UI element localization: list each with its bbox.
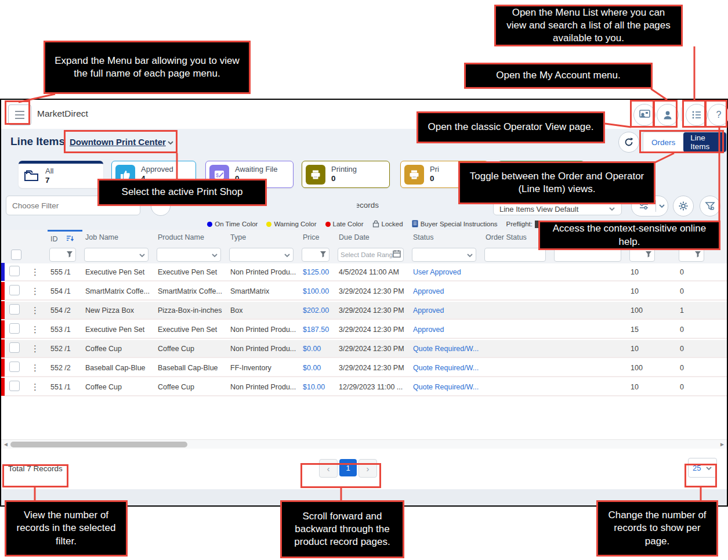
- filter-select-type[interactable]: [229, 248, 294, 262]
- cell-status[interactable]: Approved: [410, 306, 483, 315]
- sort-icon[interactable]: [66, 235, 74, 244]
- kebab-icon[interactable]: ⋮: [28, 382, 48, 391]
- table-row[interactable]: ⋮555 /1Executive Pen SetExecutive Pen Se…: [1, 263, 727, 281]
- toggle-line-items[interactable]: Line Items: [683, 132, 726, 152]
- row-checkbox[interactable]: [9, 266, 20, 276]
- cell-status[interactable]: Quote Required/W...: [410, 364, 483, 372]
- column-header-price[interactable]: Price: [300, 230, 336, 245]
- callout-a5: Toggle between the Order and Operator (L…: [458, 161, 655, 204]
- page-size-select[interactable]: 25: [688, 458, 717, 478]
- table-row[interactable]: ⋮551 /1Coffee CupCoffee CupNon Printed P…: [1, 378, 727, 396]
- printer-icon: [306, 165, 325, 185]
- cell-price[interactable]: $0.00: [300, 345, 336, 353]
- cell-price[interactable]: $187.50: [300, 326, 336, 334]
- scroll-right-icon[interactable]: ►: [719, 441, 725, 447]
- row-checkbox[interactable]: [9, 304, 20, 315]
- row-checkbox[interactable]: [9, 381, 20, 391]
- column-header-status[interactable]: Status: [410, 230, 483, 245]
- filter-gear-icon[interactable]: [700, 196, 720, 216]
- cell-price[interactable]: $0.00: [300, 364, 336, 372]
- row-checkbox[interactable]: [9, 285, 20, 295]
- cell-price[interactable]: $125.00: [300, 268, 336, 276]
- column-header-product[interactable]: Product Name: [155, 230, 227, 245]
- next-page-button[interactable]: ›: [358, 459, 377, 478]
- filter-cell-price: [300, 245, 336, 263]
- kebab-icon[interactable]: ⋮: [28, 268, 48, 276]
- cell-files: 1: [677, 306, 725, 315]
- table-row[interactable]: ⋮554 /1SmartMatrix Coffe...SmartMatrix C…: [1, 283, 727, 301]
- table-row[interactable]: ⋮552 /1Coffee CupCoffee CupNon Printed P…: [1, 340, 727, 358]
- padlock-icon: [372, 220, 379, 229]
- table-row[interactable]: ⋮554 /2New Pizza BoxPizza-Box-in-inchesB…: [1, 302, 727, 320]
- callout-text: Change the number of records to show per…: [604, 509, 711, 547]
- app-window: MarketDirect ? Line Items Downtown Print…: [0, 99, 728, 507]
- status-card-printing[interactable]: Printing0: [302, 161, 390, 188]
- cell-product: Executive Pen Set: [155, 326, 227, 334]
- cell-product: Coffee Cup: [155, 383, 227, 391]
- current-page-button[interactable]: 1: [339, 459, 357, 476]
- filter-select-job[interactable]: [84, 248, 149, 262]
- callout-text: Open the Menu List where you can view an…: [502, 6, 675, 45]
- column-header-id[interactable]: ID: [48, 230, 82, 245]
- filter-input-price[interactable]: [302, 248, 329, 262]
- column-header-check: [5, 230, 28, 245]
- callout-text: View the number of records in the select…: [12, 509, 120, 547]
- column-header-type[interactable]: Type: [227, 230, 300, 245]
- filter-input-id[interactable]: [49, 248, 76, 262]
- prev-page-button[interactable]: ‹: [319, 459, 338, 478]
- filter-date-range[interactable]: Select Date Rang: [338, 248, 404, 262]
- cell-status[interactable]: Quote Required/W...: [410, 383, 483, 391]
- cell-price[interactable]: $10.00: [300, 383, 336, 391]
- cell-status[interactable]: Approved: [410, 287, 483, 295]
- toggle-orders[interactable]: Orders: [643, 132, 683, 152]
- scrollbar-thumb[interactable]: [10, 442, 187, 447]
- cell-due: 3/29/2024 12:30 PM: [336, 287, 410, 295]
- cell-product: Executive Pen Set: [155, 268, 227, 276]
- cell-due: 3/29/2024 12:30 PM: [336, 364, 410, 372]
- table-row[interactable]: ⋮552 /2Baseball Cap-BlueBaseball Cap-Blu…: [1, 359, 727, 377]
- cell-due: 3/29/2024 12:30 PM: [336, 345, 410, 353]
- app-header-bar: MarketDirect ?: [1, 100, 727, 129]
- search-all-records-link[interactable]: Search All Records: [357, 201, 379, 211]
- filter-select-status[interactable]: [412, 248, 476, 262]
- cell-price[interactable]: $202.00: [300, 306, 336, 315]
- cell-status[interactable]: Quote Required/W...: [410, 345, 483, 353]
- menu-expand-icon[interactable]: [8, 104, 31, 125]
- card-label: Approved: [141, 165, 173, 174]
- gear-icon[interactable]: [673, 196, 694, 216]
- row-checkbox[interactable]: [9, 362, 20, 372]
- cell-status[interactable]: User Approved: [410, 268, 483, 276]
- orders-lineitems-toggle: Orders Line Items: [643, 132, 727, 153]
- column-header-due[interactable]: Due Date: [336, 230, 410, 245]
- kebab-icon[interactable]: ⋮: [28, 363, 48, 372]
- cell-status[interactable]: Approved: [410, 326, 483, 334]
- filter-cell-dots: [28, 245, 48, 263]
- print-shop-selector[interactable]: Downtown Print Center: [70, 137, 174, 147]
- column-header-job[interactable]: Job Name: [82, 230, 155, 245]
- row-checkbox[interactable]: [9, 342, 20, 353]
- folder-icon: [23, 169, 39, 183]
- help-icon[interactable]: ?: [708, 104, 728, 126]
- table-row[interactable]: ⋮553 /1Executive Pen SetExecutive Pen Se…: [1, 321, 727, 339]
- kebab-icon[interactable]: ⋮: [28, 306, 48, 315]
- row-checkbox[interactable]: [9, 323, 20, 334]
- operator-view-icon[interactable]: [633, 104, 655, 126]
- cell-price[interactable]: $100.00: [300, 287, 336, 295]
- cell-product: Pizza-Box-in-inches: [155, 306, 227, 315]
- cell-files: 0: [677, 364, 725, 372]
- cell-type: Non Printed Produ...: [227, 345, 300, 353]
- filter-input-ostatus[interactable]: [484, 248, 546, 262]
- cell-product: SmartMatrix Coffe...: [155, 287, 227, 295]
- kebab-icon[interactable]: ⋮: [28, 287, 48, 295]
- status-card-all[interactable]: All7: [19, 161, 103, 188]
- scroll-left-icon[interactable]: ◄: [3, 441, 9, 447]
- menu-list-icon[interactable]: [686, 104, 708, 126]
- legend-item-buyer-special-instructions: Buyer Special Instructions: [412, 220, 498, 229]
- chevron-down-icon: [656, 204, 668, 208]
- user-icon[interactable]: [657, 104, 679, 126]
- kebab-icon[interactable]: ⋮: [28, 344, 48, 353]
- select-all-checkbox[interactable]: [11, 250, 21, 260]
- kebab-icon[interactable]: ⋮: [28, 325, 48, 334]
- filter-select-product[interactable]: [157, 248, 221, 262]
- refresh-icon[interactable]: [618, 132, 639, 153]
